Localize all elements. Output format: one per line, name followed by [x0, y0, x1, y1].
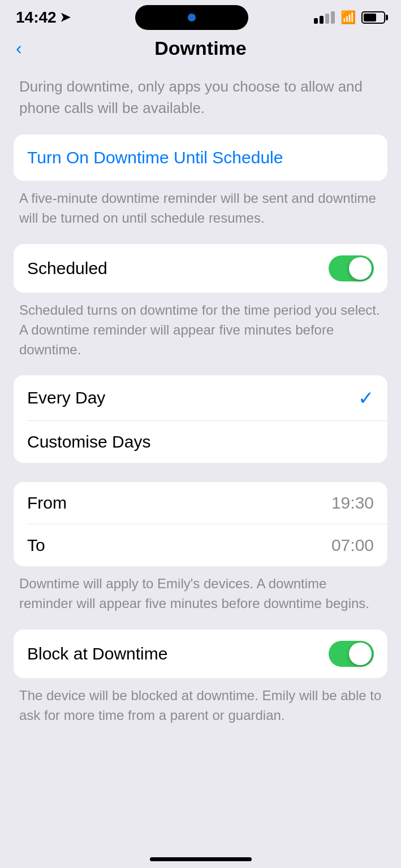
nav-bar: ‹ Downtime: [0, 32, 401, 71]
checkmark-icon: ✓: [358, 387, 374, 409]
signal-bar-4: [331, 11, 335, 24]
block-at-downtime-toggle[interactable]: [329, 641, 374, 667]
back-chevron-icon: ‹: [16, 38, 22, 58]
status-time: 14:42 ➤: [16, 8, 70, 27]
turn-on-footnote: A five-minute downtime reminder will be …: [19, 189, 382, 228]
turn-on-downtime-label: Turn On Downtime Until Schedule: [27, 148, 283, 167]
content: During downtime, only apps you choose to…: [0, 76, 401, 726]
back-button[interactable]: ‹: [16, 38, 22, 59]
battery-fill: [364, 14, 376, 21]
block-at-downtime-row[interactable]: Block at Downtime: [14, 630, 387, 678]
status-bar: 14:42 ➤ 📶: [0, 0, 401, 32]
from-label: From: [27, 493, 67, 513]
every-day-row[interactable]: Every Day ✓: [14, 375, 387, 420]
battery-body: [361, 11, 385, 24]
scheduled-footnote: Scheduled turns on downtime for the time…: [19, 301, 382, 359]
to-value: 07:00: [331, 536, 374, 555]
every-day-label: Every Day: [27, 388, 105, 407]
section-gap-1: [14, 468, 387, 482]
location-icon: ➤: [60, 10, 70, 25]
page-title: Downtime: [154, 37, 246, 59]
wifi-icon: 📶: [340, 10, 356, 25]
toggle-knob: [349, 257, 372, 280]
block-at-downtime-footnote: The device will be blocked at downtime. …: [19, 686, 382, 726]
turn-on-downtime-button[interactable]: Turn On Downtime Until Schedule: [14, 134, 387, 181]
description-text: During downtime, only apps you choose to…: [19, 76, 382, 119]
scheduled-card: Scheduled: [14, 244, 387, 293]
time-label: 14:42: [16, 8, 57, 27]
from-row[interactable]: From 19:30: [14, 482, 387, 524]
battery-icon: [361, 11, 385, 24]
block-at-downtime-label: Block at Downtime: [27, 644, 167, 663]
dynamic-island: [135, 5, 248, 30]
signal-bar-1: [314, 18, 318, 24]
status-icons: 📶: [314, 10, 385, 25]
block-toggle-knob: [349, 643, 372, 665]
to-row[interactable]: To 07:00: [14, 524, 387, 566]
dynamic-island-dot: [188, 14, 196, 21]
from-value: 19:30: [331, 493, 374, 513]
turn-on-downtime-card[interactable]: Turn On Downtime Until Schedule: [14, 134, 387, 181]
customise-days-row[interactable]: Customise Days: [14, 421, 387, 463]
signal-bar-3: [325, 14, 329, 24]
to-label: To: [27, 536, 45, 555]
signal-bars-icon: [314, 11, 335, 24]
time-footnote: Downtime will apply to Emily's devices. …: [19, 574, 382, 614]
block-at-downtime-card: Block at Downtime: [14, 630, 387, 678]
scheduled-row[interactable]: Scheduled: [14, 244, 387, 293]
scheduled-toggle[interactable]: [329, 255, 374, 281]
signal-bar-2: [320, 16, 324, 24]
time-range-card: From 19:30 To 07:00: [14, 482, 387, 566]
home-indicator: [150, 857, 252, 861]
day-selection-card: Every Day ✓ Customise Days: [14, 375, 387, 463]
customise-days-label: Customise Days: [27, 432, 150, 452]
scheduled-label: Scheduled: [27, 259, 107, 278]
